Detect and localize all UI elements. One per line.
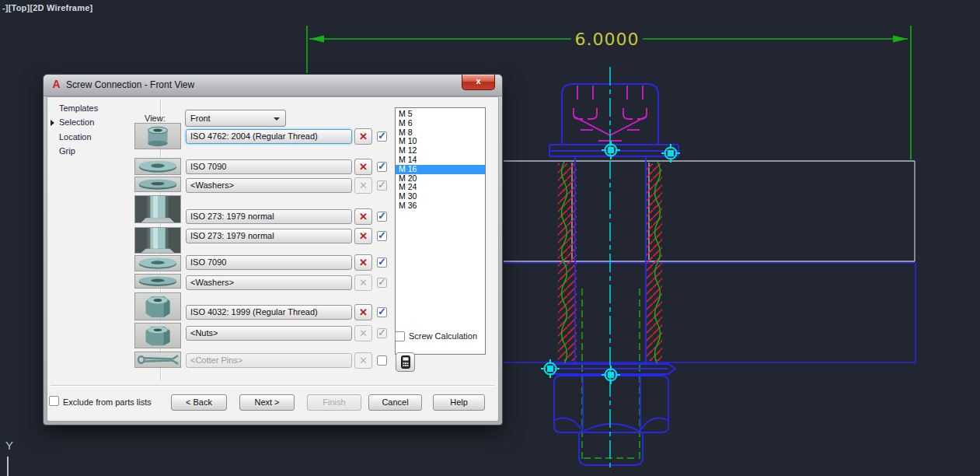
chevron-down-icon bbox=[274, 117, 280, 121]
screw-calculation-label: Screw Calculation bbox=[409, 331, 477, 341]
close-button[interactable]: x bbox=[462, 75, 495, 90]
size-item-m6[interactable]: M 6 bbox=[396, 119, 485, 128]
ucs-y-axis-label: Y bbox=[5, 439, 13, 452]
view-label: View: bbox=[145, 114, 166, 123]
view-dropdown[interactable]: Front bbox=[185, 110, 286, 127]
screw-connection-dialog: A Screw Connection - Front View x Templa… bbox=[43, 74, 503, 425]
red-x-icon bbox=[359, 209, 368, 222]
row-checkbox-cotter[interactable] bbox=[377, 355, 387, 366]
grip-washer-right[interactable] bbox=[661, 144, 680, 163]
remove-nuts-button bbox=[354, 325, 372, 341]
view-dropdown-value: Front bbox=[190, 114, 211, 123]
size-item-m36[interactable]: M 36 bbox=[396, 201, 485, 211]
thumbnail-washer bbox=[134, 177, 181, 192]
dialog-titlebar[interactable]: A Screw Connection - Front View x bbox=[44, 75, 502, 96]
remove-washers-button bbox=[354, 177, 372, 194]
standard-field-washers-top[interactable]: <Washers> bbox=[186, 178, 352, 193]
standard-field-hole-top[interactable]: ISO 273: 1979 normal bbox=[186, 209, 352, 224]
standard-field-nuts[interactable]: <Nuts> bbox=[186, 326, 352, 341]
thumbnail-washer bbox=[134, 158, 181, 175]
back-button[interactable]: < Back bbox=[171, 394, 227, 411]
standard-field-washer-bottom[interactable]: ISO 7090 bbox=[186, 255, 352, 270]
calculator-button[interactable] bbox=[396, 352, 415, 372]
row-checkbox-nut[interactable] bbox=[377, 307, 387, 317]
viewport-label[interactable]: -][Top][2D Wireframe] bbox=[2, 3, 92, 12]
remove-washer2-button[interactable] bbox=[354, 254, 372, 271]
row-checkbox-nuts bbox=[377, 328, 387, 338]
row-checkbox-washer2[interactable] bbox=[377, 257, 387, 268]
size-item-m14[interactable]: M 14 bbox=[396, 156, 485, 165]
red-x-icon bbox=[359, 159, 368, 173]
thumbnail-hex-nut bbox=[134, 323, 181, 348]
size-item-m16-selected[interactable]: M 16 bbox=[396, 165, 485, 174]
thumbnail-cotter-pin bbox=[134, 352, 181, 368]
autocad-app-icon: A bbox=[51, 79, 62, 90]
thumbnail-socket-head-cap-screw bbox=[134, 123, 181, 149]
row-checkbox-screw[interactable] bbox=[377, 131, 387, 142]
standard-field-washer-top[interactable]: ISO 7090 bbox=[186, 159, 352, 174]
ucs-y-axis-line bbox=[7, 457, 9, 476]
cancel-button[interactable]: Cancel bbox=[368, 394, 422, 411]
remove-cotter-button bbox=[354, 352, 372, 369]
dimension-text: 6.0000 bbox=[575, 30, 640, 49]
dialog-title: Screw Connection - Front View bbox=[66, 79, 194, 90]
row-checkbox-hole2[interactable] bbox=[377, 231, 387, 241]
gray-x-icon bbox=[359, 353, 368, 366]
remove-screw-button[interactable] bbox=[354, 128, 372, 145]
remove-nut-button[interactable] bbox=[354, 304, 372, 320]
exclude-parts-checkbox[interactable] bbox=[49, 396, 59, 406]
screw-calculation-checkbox[interactable] bbox=[395, 331, 405, 341]
thumbnail-washer bbox=[134, 255, 181, 271]
gray-x-icon bbox=[359, 178, 368, 191]
standard-field-cotter-pins[interactable]: <Cotter Pins> bbox=[186, 353, 352, 368]
help-button[interactable]: Help bbox=[433, 394, 485, 411]
remove-hole-button[interactable] bbox=[354, 208, 372, 225]
active-step-arrow-icon bbox=[51, 120, 54, 126]
calculator-icon bbox=[401, 355, 410, 369]
nav-item-templates[interactable]: Templates bbox=[59, 103, 98, 113]
exclude-parts-label: Exclude from parts lists bbox=[63, 397, 152, 407]
red-x-icon bbox=[359, 129, 368, 142]
thumbnail-hex-nut bbox=[134, 292, 181, 320]
standard-field-hole-bottom[interactable]: ISO 273: 1979 normal bbox=[186, 229, 352, 243]
red-x-icon bbox=[359, 305, 368, 318]
row-checkbox-washer[interactable] bbox=[377, 162, 387, 172]
nav-item-location[interactable]: Location bbox=[59, 132, 92, 142]
footer-separator bbox=[51, 385, 495, 386]
thumbnail-washer bbox=[134, 274, 181, 289]
gray-x-icon bbox=[359, 326, 368, 339]
row-checkbox-hole[interactable] bbox=[377, 212, 387, 222]
standard-field-washers-bottom[interactable]: <Washers> bbox=[186, 275, 352, 290]
nav-item-selection[interactable]: Selection bbox=[59, 117, 94, 127]
standard-field-screw[interactable]: ISO 4762: 2004 (Regular Thread) bbox=[186, 129, 352, 144]
remove-washers2-button bbox=[354, 275, 372, 291]
gray-x-icon bbox=[359, 275, 368, 289]
thumbnail-tapped-hole bbox=[134, 195, 181, 223]
next-button[interactable]: Next > bbox=[239, 394, 295, 411]
row-checkbox-washers2 bbox=[377, 278, 387, 288]
finish-button: Finish bbox=[307, 394, 361, 411]
standard-field-nut[interactable]: ISO 4032: 1999 (Regular Thread) bbox=[186, 305, 352, 320]
row-checkbox-washers bbox=[377, 180, 387, 191]
remove-washer-button[interactable] bbox=[354, 159, 372, 175]
bolt-end bbox=[579, 433, 643, 465]
size-listbox[interactable]: M 5 M 6 M 8 M 10 M 12 M 14 M 16 M 20 M 2… bbox=[395, 107, 486, 355]
remove-hole2-button[interactable] bbox=[354, 228, 372, 244]
red-x-icon bbox=[359, 255, 368, 268]
thumbnail-tapped-hole bbox=[134, 227, 181, 254]
red-x-icon bbox=[359, 229, 368, 242]
nav-item-grip[interactable]: Grip bbox=[59, 146, 75, 156]
